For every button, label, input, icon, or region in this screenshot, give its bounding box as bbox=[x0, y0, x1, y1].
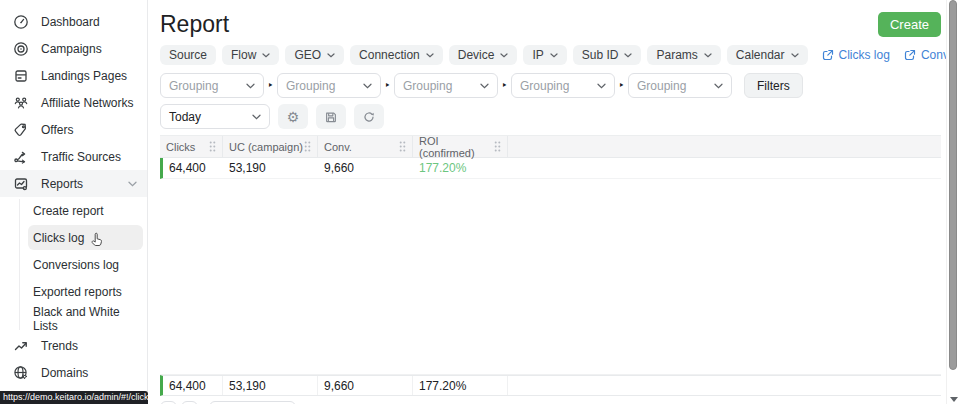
sidebar-nav: Dashboard Campaigns Landings Pages bbox=[0, 0, 147, 386]
page-title: Report bbox=[160, 10, 229, 38]
grouping-select-4[interactable]: Grouping bbox=[511, 73, 615, 98]
column-label: ROI (confirmed) bbox=[419, 135, 494, 159]
gear-icon: ⚙ bbox=[287, 110, 300, 124]
filter-chip-params[interactable]: Params bbox=[647, 45, 720, 65]
refresh-icon bbox=[362, 110, 376, 124]
sidebar-item-label: Reports bbox=[41, 177, 83, 191]
submenu-item-exported-reports[interactable]: Exported reports bbox=[0, 278, 147, 305]
submenu-item-label: Create report bbox=[33, 204, 104, 218]
filter-chip-device[interactable]: Device bbox=[449, 45, 518, 65]
column-header-conv[interactable]: Conv. bbox=[318, 136, 413, 157]
submenu-item-black-white-lists[interactable]: Black and White Lists bbox=[0, 305, 147, 332]
filter-chip-connection[interactable]: Connection bbox=[350, 45, 443, 65]
column-header-uc-campaign[interactable]: UC (campaign) bbox=[223, 136, 318, 157]
grouping-separator: ‣ bbox=[264, 80, 277, 91]
sidebar-item-offers[interactable]: Offers bbox=[0, 116, 147, 143]
clicks-log-link[interactable]: Clicks log bbox=[822, 48, 890, 62]
filter-chip-source[interactable]: Source bbox=[160, 45, 216, 65]
grouping-row: Grouping ‣ Grouping ‣ Grouping ‣ Groupin… bbox=[160, 73, 946, 98]
cell-conv: 9,660 bbox=[318, 161, 413, 175]
chevron-down-icon bbox=[704, 53, 712, 58]
branch-arrows-icon bbox=[13, 149, 29, 165]
filters-button[interactable]: Filters bbox=[744, 73, 803, 98]
summary-filler bbox=[508, 376, 941, 395]
refresh-button[interactable] bbox=[354, 104, 384, 129]
grouping-placeholder: Grouping bbox=[286, 79, 335, 93]
sidebar-item-label: Traffic Sources bbox=[41, 150, 121, 164]
grouping-select-5[interactable]: Grouping bbox=[628, 73, 732, 98]
grouping-placeholder: Grouping bbox=[637, 79, 686, 93]
chevron-down-icon bbox=[426, 53, 434, 58]
submenu-item-clicks-log[interactable]: Clicks log bbox=[28, 225, 143, 250]
column-label: Conv. bbox=[324, 141, 352, 153]
drag-handle-icon[interactable] bbox=[494, 141, 501, 152]
gauge-icon bbox=[13, 14, 29, 30]
drag-handle-icon[interactable] bbox=[399, 141, 406, 152]
grouping-select-2[interactable]: Grouping bbox=[277, 73, 381, 98]
grouping-select-3[interactable]: Grouping bbox=[394, 73, 498, 98]
sidebar-item-label: Landings Pages bbox=[41, 69, 127, 83]
settings-button[interactable]: ⚙ bbox=[278, 104, 308, 129]
pages-icon bbox=[13, 68, 29, 84]
submenu-item-conversions-log[interactable]: Conversions log bbox=[0, 251, 147, 278]
sidebar-item-label: Affiliate Networks bbox=[41, 96, 133, 110]
column-header-roi-confirmed[interactable]: ROI (confirmed) bbox=[413, 136, 508, 157]
column-header-clicks[interactable]: Clicks bbox=[160, 136, 223, 157]
report-table: Clicks UC (campaign) Conv. ROI (confirme… bbox=[160, 135, 941, 396]
submenu-item-label: Conversions log bbox=[33, 258, 119, 272]
sidebar-item-dashboard[interactable]: Dashboard bbox=[0, 8, 147, 35]
scrollbar-down-arrow[interactable] bbox=[950, 397, 958, 402]
report-chart-icon bbox=[13, 176, 29, 192]
drag-handle-icon[interactable] bbox=[304, 141, 311, 152]
sidebar-item-traffic-sources[interactable]: Traffic Sources bbox=[0, 143, 147, 170]
chip-label: IP bbox=[532, 48, 543, 62]
chevron-down-icon bbox=[624, 53, 632, 58]
date-range-select[interactable]: Today bbox=[160, 104, 270, 129]
sidebar-item-domains[interactable]: Domains bbox=[0, 359, 147, 386]
chevron-down-icon bbox=[128, 181, 137, 187]
sidebar-item-affiliate-networks[interactable]: Affiliate Networks bbox=[0, 89, 147, 116]
submenu-item-create-report[interactable]: Create report bbox=[0, 197, 147, 224]
filter-chip-flow[interactable]: Flow bbox=[222, 45, 279, 65]
sidebar-item-label: Trends bbox=[41, 339, 78, 353]
summary-conv: 9,660 bbox=[318, 376, 413, 395]
chip-label: Device bbox=[458, 48, 495, 62]
filter-chip-geo[interactable]: GEO bbox=[285, 45, 344, 65]
sidebar-item-reports[interactable]: Reports bbox=[0, 170, 147, 197]
reports-submenu: Create report Clicks log Conversions log… bbox=[0, 197, 147, 332]
submenu-item-label: Exported reports bbox=[33, 285, 122, 299]
filter-chip-sub-id[interactable]: Sub ID bbox=[573, 45, 642, 65]
sidebar-item-label: Offers bbox=[41, 123, 73, 137]
sidebar-item-landings-pages[interactable]: Landings Pages bbox=[0, 62, 147, 89]
drag-handle-icon[interactable] bbox=[209, 141, 216, 152]
chevron-down-icon bbox=[363, 83, 372, 89]
scrollbar-thumb[interactable] bbox=[949, 0, 957, 370]
filter-chip-calendar[interactable]: Calendar bbox=[727, 45, 808, 65]
link-label: Clicks log bbox=[839, 48, 890, 62]
grouping-placeholder: Grouping bbox=[169, 79, 218, 93]
chip-label: Flow bbox=[231, 48, 256, 62]
sidebar-item-label: Campaigns bbox=[41, 42, 102, 56]
vertical-scrollbar[interactable] bbox=[946, 0, 960, 404]
chip-label: Connection bbox=[359, 48, 420, 62]
status-bar-url: https://demo.keitaro.io/admin/#!/clicks/… bbox=[0, 391, 148, 404]
chevron-down-icon bbox=[246, 83, 255, 89]
filter-chip-ip[interactable]: IP bbox=[523, 45, 566, 65]
page-header: Report Create bbox=[149, 0, 946, 38]
sidebar: Dashboard Campaigns Landings Pages bbox=[0, 0, 148, 404]
main-content: Report Create Source Flow GEO Connection… bbox=[149, 0, 946, 404]
external-link-icon bbox=[904, 49, 916, 61]
sidebar-item-trends[interactable]: Trends bbox=[0, 332, 147, 359]
grouping-select-1[interactable]: Grouping bbox=[160, 73, 264, 98]
cell-uc-campaign: 53,190 bbox=[223, 161, 318, 175]
create-button[interactable]: Create bbox=[878, 12, 941, 37]
sidebar-item-campaigns[interactable]: Campaigns bbox=[0, 35, 147, 62]
submenu-item-label: Clicks log bbox=[33, 231, 84, 245]
chevron-down-icon bbox=[262, 53, 270, 58]
trend-up-icon bbox=[13, 338, 29, 354]
date-range-value: Today bbox=[169, 110, 201, 124]
grouping-placeholder: Grouping bbox=[403, 79, 452, 93]
chevron-down-icon bbox=[480, 83, 489, 89]
table-row[interactable]: 64,400 53,190 9,660 177.20% bbox=[160, 158, 941, 179]
save-report-button[interactable] bbox=[316, 104, 346, 129]
